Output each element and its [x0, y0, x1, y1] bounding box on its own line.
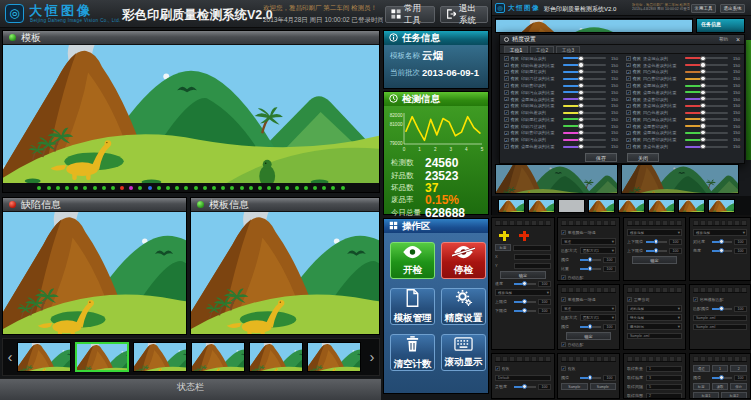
checkbox[interactable]: ✓: [626, 124, 631, 129]
mini-tab[interactable]: [524, 356, 530, 361]
filmstrip-thumbnail[interactable]: [75, 342, 129, 372]
slider[interactable]: [685, 139, 728, 141]
mini-tab[interactable]: [610, 220, 616, 225]
mini-tab[interactable]: [575, 356, 581, 361]
dialog-tab[interactable]: 工位2: [530, 46, 554, 53]
mini-wide-button[interactable]: 确定: [500, 271, 546, 279]
filmstrip-thumbnail[interactable]: [191, 342, 245, 372]
slider-thumb[interactable]: [578, 110, 583, 115]
mini-tab[interactable]: [627, 287, 633, 292]
mini-tab[interactable]: [568, 287, 574, 292]
filmstrip-thumbnail[interactable]: [249, 342, 303, 372]
checkbox[interactable]: ✓: [504, 110, 509, 115]
mini-filmstrip-thumbnail[interactable]: [648, 199, 675, 213]
op-button-kbd[interactable]: 滚动显示: [441, 334, 486, 371]
slider-thumb[interactable]: [578, 123, 583, 128]
filmstrip-thumbnail[interactable]: [307, 342, 361, 372]
mini-tab[interactable]: [707, 356, 713, 361]
slider[interactable]: [563, 64, 606, 66]
mini-filmstrip-thumbnail[interactable]: [708, 199, 735, 213]
mini-tab[interactable]: [734, 220, 740, 225]
mini-tab[interactable]: [538, 220, 544, 225]
mini-tab[interactable]: [568, 220, 574, 225]
mini-slider-thumb[interactable]: [522, 308, 527, 313]
mini-tab[interactable]: [561, 220, 567, 225]
mini-tab[interactable]: [582, 356, 588, 361]
mini-slider[interactable]: [514, 283, 536, 285]
mini-select[interactable]: 曝光时间▾: [627, 323, 682, 330]
mini-tab[interactable]: [502, 356, 508, 361]
mini-button[interactable]: Sample: [561, 383, 588, 390]
slider[interactable]: [685, 132, 728, 134]
slider[interactable]: [685, 105, 728, 107]
slider-thumb[interactable]: [578, 56, 583, 61]
mini-checkbox[interactable]: ✓: [561, 342, 566, 347]
mini-tab[interactable]: [509, 220, 515, 225]
mini-tab[interactable]: [669, 356, 675, 361]
mini-input[interactable]: 1: [646, 366, 682, 372]
mini-tab[interactable]: [610, 287, 616, 292]
checkbox[interactable]: ✓: [504, 131, 509, 136]
mini-slider-thumb[interactable]: [588, 266, 593, 271]
slider-thumb[interactable]: [700, 96, 705, 101]
slider[interactable]: [685, 118, 728, 120]
slider-thumb[interactable]: [578, 103, 583, 108]
slider[interactable]: [685, 98, 728, 100]
slider-thumb[interactable]: [700, 144, 705, 149]
slider[interactable]: [563, 57, 606, 59]
slider-thumb[interactable]: [700, 117, 705, 122]
mini-tab[interactable]: [727, 220, 733, 225]
mini-slider[interactable]: [514, 310, 536, 312]
checkbox[interactable]: ✓: [504, 70, 509, 75]
checkbox[interactable]: ✓: [504, 76, 509, 81]
checkbox[interactable]: ✓: [626, 117, 631, 122]
mini-slider[interactable]: [580, 377, 601, 379]
dialog-tab[interactable]: 工位1: [504, 46, 528, 53]
mini-tab[interactable]: [676, 220, 682, 225]
mini-slider-thumb[interactable]: [719, 306, 724, 311]
mini-tab[interactable]: [655, 220, 661, 225]
slider[interactable]: [685, 85, 728, 87]
op-button-eyeoff[interactable]: 停检: [441, 242, 486, 279]
slider-thumb[interactable]: [578, 62, 583, 67]
op-button-eye[interactable]: 开检: [390, 242, 435, 279]
mini-tab[interactable]: [589, 356, 595, 361]
mini-slider-thumb[interactable]: [588, 375, 593, 380]
checkbox[interactable]: ✓: [504, 90, 509, 95]
mini-select[interactable]: 相机选择▾: [627, 305, 682, 312]
mini-button[interactable]: 保存: [730, 383, 747, 390]
mini-input[interactable]: [514, 263, 551, 269]
checkbox[interactable]: ✓: [504, 138, 509, 143]
slider[interactable]: [685, 91, 728, 93]
slider-thumb[interactable]: [700, 110, 705, 115]
slider-thumb[interactable]: [578, 69, 583, 74]
checkbox[interactable]: ✓: [626, 97, 631, 102]
mini-tab[interactable]: [531, 356, 537, 361]
mini-tab[interactable]: [741, 287, 747, 292]
mini-tab[interactable]: [516, 356, 522, 361]
slider-thumb[interactable]: [700, 69, 705, 74]
slider-thumb[interactable]: [578, 83, 583, 88]
mini-slider[interactable]: [646, 241, 667, 243]
mini-select[interactable]: 基准▾: [561, 305, 616, 312]
checkbox[interactable]: ✓: [626, 76, 631, 81]
mini-tab[interactable]: [662, 287, 668, 292]
mini-slider-thumb[interactable]: [522, 281, 527, 286]
mini-slider[interactable]: [712, 250, 732, 252]
exit-system-button[interactable]: 退出系统: [440, 6, 488, 23]
mini-button[interactable]: 标定: [495, 244, 511, 251]
slider[interactable]: [563, 132, 606, 134]
mini-tab[interactable]: [627, 356, 633, 361]
mini-slider[interactable]: [514, 301, 536, 303]
close-icon[interactable]: ×: [736, 36, 740, 43]
mini-button[interactable]: Sample: [590, 383, 617, 390]
mini-tab[interactable]: [734, 287, 740, 292]
mini-checkbox[interactable]: ✓: [627, 297, 632, 302]
exit-system-button[interactable]: 退出系统: [720, 4, 745, 13]
mini-filmstrip-thumbnail[interactable]: [528, 199, 555, 213]
mini-tab[interactable]: [495, 220, 501, 225]
mini-tab[interactable]: [610, 356, 616, 361]
slider-thumb[interactable]: [578, 76, 583, 81]
slider-thumb[interactable]: [700, 137, 705, 142]
mini-slider[interactable]: [712, 377, 732, 379]
